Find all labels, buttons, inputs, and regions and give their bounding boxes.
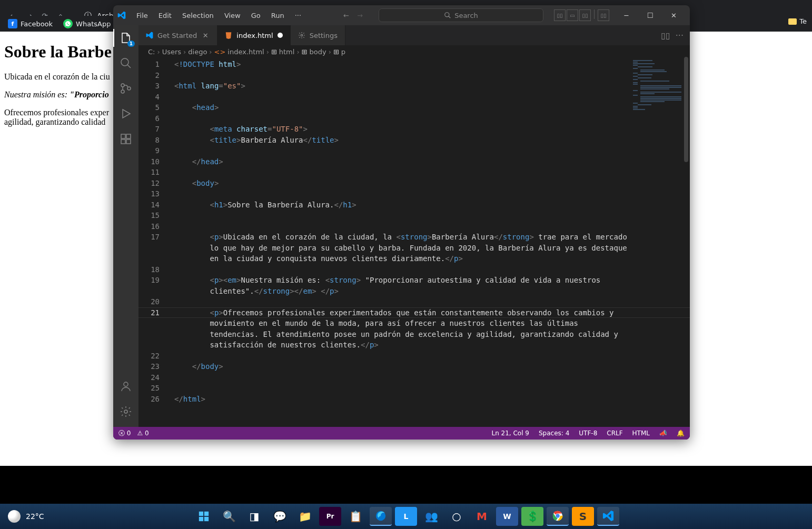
start-button[interactable] bbox=[193, 507, 215, 526]
tab-label: Get Started bbox=[157, 32, 197, 39]
gmail-button[interactable]: M bbox=[471, 507, 493, 526]
svg-rect-8 bbox=[121, 134, 125, 138]
extensions-icon[interactable] bbox=[118, 132, 133, 146]
breadcrumb-item[interactable]: diego bbox=[188, 48, 207, 56]
paragraph-text: Ofrecemos profesionales exper bbox=[4, 108, 109, 117]
vertical-scrollbar[interactable] bbox=[682, 57, 690, 427]
weather-icon bbox=[8, 510, 21, 523]
bookmark-facebook[interactable]: f Facebook bbox=[8, 19, 53, 28]
nav-back-icon[interactable]: ← bbox=[343, 12, 349, 19]
command-center-search[interactable]: Search bbox=[379, 8, 543, 22]
search-button[interactable]: 🔍 bbox=[218, 507, 240, 526]
code-content[interactable]: <!DOCTYPE html><html lang="es"> <head> <… bbox=[170, 58, 690, 427]
menu-bar: File Edit Selection View Go Run ··· bbox=[131, 9, 306, 22]
accounts-icon[interactable] bbox=[118, 379, 133, 394]
word-button[interactable]: W bbox=[496, 507, 518, 526]
symbol-icon: ⊞ bbox=[271, 48, 277, 56]
edge-button[interactable] bbox=[370, 507, 392, 526]
breadcrumb-item[interactable]: p bbox=[341, 48, 345, 56]
svg-rect-10 bbox=[121, 139, 125, 144]
breadcrumb-item[interactable]: html bbox=[279, 48, 295, 56]
layout-icon[interactable]: ▯▯ bbox=[554, 9, 566, 21]
debug-icon[interactable] bbox=[118, 106, 133, 121]
tab-get-started[interactable]: Get Started ✕ bbox=[138, 25, 217, 45]
cortana-button[interactable]: ○ bbox=[445, 507, 468, 526]
language-mode[interactable]: HTML bbox=[632, 430, 650, 437]
bookmark-label: Te bbox=[799, 17, 807, 25]
menu-go[interactable]: Go bbox=[246, 9, 266, 22]
eol-info[interactable]: CRLF bbox=[607, 430, 622, 437]
layout-icon[interactable]: ▯▯ bbox=[598, 9, 609, 21]
app-button[interactable]: 💲 bbox=[521, 507, 543, 526]
layout-controls[interactable]: ▯▯ ▭ ▯▯ ▯▯ bbox=[554, 9, 609, 21]
settings-icon[interactable] bbox=[118, 404, 133, 419]
task-view-button[interactable]: ◨ bbox=[243, 507, 265, 526]
vscode-window: File Edit Selection View Go Run ··· ← → … bbox=[113, 5, 690, 440]
editor-area: Get Started ✕ index.html Settings ▯▯ ··· bbox=[138, 25, 690, 427]
minimize-button[interactable]: ─ bbox=[615, 7, 638, 24]
menu-selection[interactable]: Selection bbox=[177, 9, 219, 22]
app-button[interactable]: 📋 bbox=[344, 507, 367, 526]
tab-index-html[interactable]: index.html bbox=[217, 25, 290, 45]
maximize-button[interactable]: ☐ bbox=[638, 7, 662, 24]
indent-info[interactable]: Spaces: 4 bbox=[539, 430, 569, 437]
status-bar: ⓧ 0 ⚠ 0 Ln 21, Col 9 Spaces: 4 UTF-8 CRL… bbox=[113, 427, 690, 440]
menu-view[interactable]: View bbox=[219, 9, 246, 22]
app-button[interactable]: 👥 bbox=[420, 507, 442, 526]
encoding-info[interactable]: UTF-8 bbox=[579, 430, 597, 437]
weather-widget[interactable]: 22°C bbox=[8, 510, 44, 523]
errors-count[interactable]: ⓧ 0 bbox=[118, 429, 131, 438]
weather-temp: 22°C bbox=[26, 512, 44, 521]
folder-icon bbox=[788, 18, 797, 25]
breadcrumb-item[interactable]: C: bbox=[148, 48, 155, 56]
menu-edit[interactable]: Edit bbox=[153, 9, 177, 22]
cursor-position[interactable]: Ln 21, Col 9 bbox=[491, 430, 529, 437]
breadcrumb-item[interactable]: Users bbox=[162, 48, 181, 56]
minimap[interactable] bbox=[631, 58, 684, 142]
svg-rect-11 bbox=[126, 139, 131, 144]
more-icon[interactable]: ··· bbox=[676, 31, 684, 41]
premiere-button[interactable]: Pr bbox=[319, 507, 341, 526]
search-placeholder: Search bbox=[454, 12, 478, 19]
windows-taskbar: 22°C 🔍 ◨ 💬 📁 Pr 📋 L 👥 ○ M W 💲 S bbox=[0, 504, 812, 529]
layout-icon[interactable]: ▭ bbox=[567, 9, 578, 21]
modified-icon bbox=[278, 33, 283, 38]
svg-point-12 bbox=[124, 382, 128, 386]
explorer-icon[interactable]: 1 bbox=[118, 31, 133, 45]
vscode-logo-icon bbox=[117, 11, 126, 19]
source-control-icon[interactable] bbox=[118, 81, 133, 96]
gear-icon bbox=[298, 32, 305, 39]
breadcrumb[interactable]: C:› Users› diego› <> index.html› ⊞ html›… bbox=[138, 45, 690, 58]
code-editor[interactable]: 1234567891011121314151617181920212223242… bbox=[138, 58, 690, 427]
split-editor-icon[interactable]: ▯▯ bbox=[661, 31, 670, 41]
breadcrumb-item[interactable]: body bbox=[310, 48, 326, 56]
feedback-icon[interactable]: 📣 bbox=[659, 430, 667, 437]
notifications-icon[interactable]: 🔔 bbox=[677, 430, 685, 437]
close-icon[interactable]: ✕ bbox=[201, 31, 210, 39]
menu-more[interactable]: ··· bbox=[290, 9, 306, 22]
vscode-button[interactable] bbox=[597, 507, 619, 526]
paragraph-text: "Proporcio bbox=[70, 90, 109, 99]
layout-icon[interactable]: ▯▯ bbox=[579, 9, 591, 21]
vscode-titlebar: File Edit Selection View Go Run ··· ← → … bbox=[113, 5, 690, 25]
svg-line-3 bbox=[127, 65, 131, 68]
menu-file[interactable]: File bbox=[131, 9, 153, 22]
chat-button[interactable]: 💬 bbox=[269, 507, 291, 526]
paragraph-text: agilidad, garantizando calidad bbox=[4, 117, 105, 126]
warnings-count[interactable]: ⚠ 0 bbox=[137, 430, 148, 437]
tabs-bar: Get Started ✕ index.html Settings ▯▯ ··· bbox=[138, 25, 690, 45]
menu-run[interactable]: Run bbox=[266, 9, 290, 22]
explorer-button[interactable]: 📁 bbox=[294, 507, 316, 526]
nav-forward-icon[interactable]: → bbox=[357, 12, 363, 19]
svg-point-4 bbox=[121, 84, 124, 87]
app-button[interactable]: L bbox=[395, 507, 417, 526]
bookmark-te[interactable]: Te bbox=[788, 17, 807, 25]
sublime-button[interactable]: S bbox=[572, 507, 594, 526]
breadcrumb-item[interactable]: index.html bbox=[227, 48, 264, 56]
close-button[interactable]: ✕ bbox=[662, 7, 686, 24]
search-icon[interactable] bbox=[118, 56, 133, 71]
tab-settings[interactable]: Settings bbox=[291, 25, 345, 45]
bookmark-whatsapp[interactable]: WhatsApp bbox=[63, 19, 111, 28]
title-nav: ← → bbox=[343, 12, 363, 19]
chrome-button[interactable] bbox=[547, 507, 569, 526]
